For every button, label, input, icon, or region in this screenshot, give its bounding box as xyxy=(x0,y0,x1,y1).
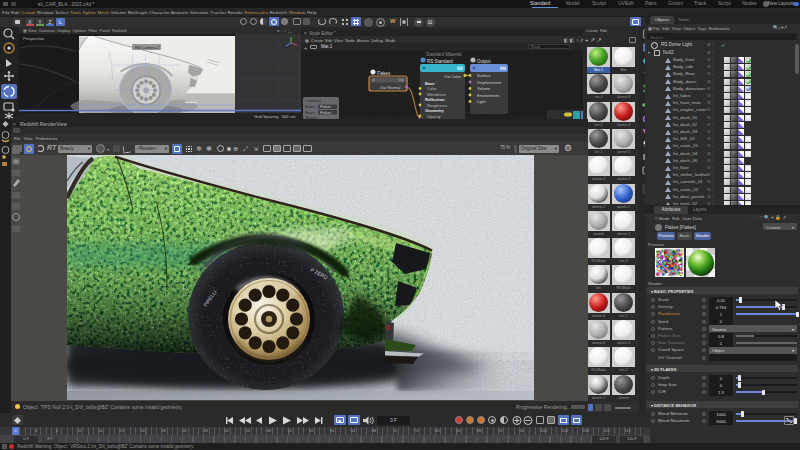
svg-text:Reflection: Reflection xyxy=(425,97,445,102)
svg-text:Roughness: Roughness xyxy=(427,103,447,108)
svg-text:Out Normal: Out Normal xyxy=(380,85,401,90)
svg-text:Flakes: Flakes xyxy=(377,71,391,76)
svg-text:Environment: Environment xyxy=(477,93,500,98)
svg-text:Color: Color xyxy=(427,86,437,91)
svg-text:Flakes: Flakes xyxy=(320,111,331,115)
svg-text:Volume: Volume xyxy=(477,86,491,91)
svg-text:Out Color: Out Color xyxy=(444,74,462,79)
svg-text:Light: Light xyxy=(477,99,487,104)
svg-text:RS Standard: RS Standard xyxy=(427,59,453,64)
svg-text:Asset: Asset xyxy=(305,111,315,115)
svg-text:Standard Material: Standard Material xyxy=(426,52,462,57)
svg-text:Geometry: Geometry xyxy=(425,108,444,113)
svg-text:Weirdness: Weirdness xyxy=(427,92,446,97)
svg-text:Output: Output xyxy=(477,59,491,64)
svg-text:Base: Base xyxy=(425,81,435,86)
svg-text:Flakes: Flakes xyxy=(320,105,331,109)
svg-text:1 node(s): 1 node(s) xyxy=(305,99,322,103)
svg-text:Displacement: Displacement xyxy=(477,80,502,85)
svg-text:Surface: Surface xyxy=(477,73,492,78)
svg-text:RS Camera 2: RS Camera 2 xyxy=(135,45,160,50)
svg-text:Opacity: Opacity xyxy=(427,114,441,119)
svg-text:Name: Name xyxy=(305,105,315,109)
